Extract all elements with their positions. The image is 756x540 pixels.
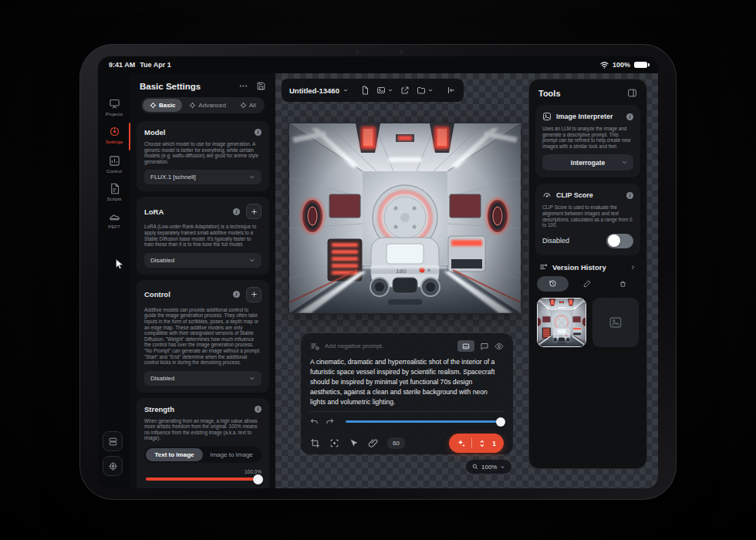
sidebar-item-control[interactable]: Control	[98, 155, 130, 174]
section-title: Strength	[144, 405, 174, 413]
mouse-cursor	[113, 258, 124, 270]
add-lora-button[interactable]	[246, 204, 262, 219]
sidebar-item-scripts[interactable]: Scripts	[98, 183, 130, 201]
clock-date: Tue Apr 1	[140, 61, 171, 69]
sidebar-item-projects[interactable]: Projects	[98, 98, 130, 116]
control-section: Control Additive models can provide addi…	[137, 280, 269, 393]
strength-mode-toggle: Text to Image Image to Image	[144, 447, 262, 463]
tab-label: All	[249, 102, 256, 109]
zoom-control[interactable]: 100%	[466, 460, 511, 474]
undo-icon[interactable]	[310, 417, 319, 426]
paperclip-icon[interactable]	[368, 438, 378, 448]
divider	[310, 411, 504, 412]
control-dropdown[interactable]: Disabled	[144, 371, 262, 386]
text-to-image-tab[interactable]: Text to Image	[146, 448, 203, 461]
projects-icon	[109, 98, 120, 110]
steps-badge[interactable]: 60	[387, 437, 405, 449]
new-document-icon[interactable]	[360, 86, 370, 95]
prompt-list-icon[interactable]	[310, 342, 319, 351]
eye-icon[interactable]	[494, 342, 504, 351]
tab-advanced[interactable]: Advanced	[182, 99, 233, 112]
plus-icon	[250, 290, 258, 299]
document-title-menu[interactable]: Untitled-13460	[289, 86, 349, 95]
more-options-icon[interactable]	[238, 81, 248, 91]
sparkle-icon	[457, 439, 466, 448]
version-thumbnail-empty[interactable]	[592, 298, 639, 347]
section-description: Additive models can provide additional c…	[144, 307, 262, 366]
model-dropdown[interactable]: FLUX.1 [schnell]	[144, 170, 262, 184]
redo-icon[interactable]	[326, 417, 334, 426]
tab-all[interactable]: All	[233, 99, 263, 112]
image-interpreter-card: Image Interpreter Uses an LLM to analyze…	[535, 105, 640, 177]
negative-prompt-row: Add negative prompt.	[310, 340, 504, 352]
paint-bucket-icon	[619, 279, 627, 288]
prompt-text-input[interactable]: A cinematic, dramatic and hyperrealistic…	[310, 357, 504, 407]
section-description: When generating from an image, a high va…	[144, 418, 262, 441]
settings-header: Basic Settings	[130, 73, 275, 97]
tab-basic[interactable]: Basic	[143, 99, 182, 112]
model-manager-button[interactable]	[103, 431, 123, 451]
info-icon[interactable]	[626, 192, 633, 199]
sidebar-item-peft[interactable]: PEFT	[98, 211, 130, 229]
section-description: Uses an LLM to analyze the image and gen…	[542, 126, 633, 149]
lora-dropdown[interactable]: Disabled	[144, 253, 262, 268]
slider-knob[interactable]	[496, 417, 505, 427]
chevron-up-down-icon[interactable]	[478, 439, 487, 448]
sidebar-item-settings[interactable]: Settings	[98, 126, 130, 144]
section-description: CLIP Score is used to evaluate the align…	[542, 204, 633, 228]
prompt-panel: Add negative prompt. A cinematic, dramat…	[301, 333, 513, 454]
info-icon[interactable]	[255, 129, 262, 136]
panel-title: Basic Settings	[140, 82, 231, 91]
status-bar: 9:41 AM Tue Apr 1 100%	[98, 56, 658, 73]
document-toolbar: Untitled-13460	[282, 79, 464, 102]
share-icon[interactable]	[400, 86, 410, 95]
chevron-right-icon	[629, 264, 636, 271]
generated-image[interactable]: 180	[289, 123, 521, 313]
interrogate-button[interactable]: Interrogate	[542, 154, 633, 170]
chevron-down-icon	[500, 464, 505, 470]
chevron-down-icon	[343, 87, 349, 93]
image-to-image-tab[interactable]: Image to Image	[203, 448, 260, 461]
version-thumbnail-selected[interactable]	[537, 298, 586, 347]
nav-rail: Projects Settings Control Scripts	[98, 73, 130, 488]
button-label: Interrogate	[571, 159, 605, 167]
pointer-icon[interactable]	[349, 438, 359, 448]
collapse-panel-icon[interactable]	[447, 86, 456, 95]
toggle-label: Disabled	[542, 237, 569, 245]
slider-knob[interactable]	[253, 474, 263, 484]
history-tab[interactable]	[537, 276, 569, 292]
front-camera-dot	[356, 50, 359, 54]
add-control-button[interactable]	[246, 287, 262, 302]
image-mode-toggle[interactable]	[457, 340, 474, 352]
panel-toggle-icon[interactable]	[627, 88, 637, 98]
control-icon	[109, 155, 120, 167]
guidance-slider[interactable]	[346, 420, 504, 423]
info-icon[interactable]	[233, 291, 240, 298]
front-camera-lens	[399, 49, 404, 55]
clip-score-switch[interactable]	[606, 234, 633, 248]
edits-tab[interactable]	[572, 276, 603, 292]
save-icon[interactable]	[256, 81, 266, 91]
insert-image-menu[interactable]	[376, 86, 393, 95]
folder-icon	[417, 86, 426, 95]
negative-prompt-input[interactable]: Add negative prompt.	[325, 343, 452, 349]
strength-slider[interactable]	[146, 478, 260, 481]
chat-bubble-icon[interactable]	[480, 342, 489, 351]
aspect-ratio-icon[interactable]	[310, 438, 320, 448]
settings-panel: Basic Settings Basic Advanced	[130, 73, 275, 488]
moodboard-tab[interactable]	[607, 276, 639, 292]
info-icon[interactable]	[233, 208, 240, 215]
tab-label: Advanced	[198, 102, 226, 109]
chevron-down-icon	[248, 174, 255, 181]
panel-title: Tools	[538, 89, 561, 98]
version-history-header[interactable]: Version History	[539, 263, 636, 272]
model-section: Model Choose which model to use for imag…	[137, 121, 269, 191]
scan-frame-icon[interactable]	[329, 438, 339, 448]
compute-settings-button[interactable]	[103, 456, 123, 476]
info-icon[interactable]	[255, 406, 262, 413]
folder-menu[interactable]	[417, 86, 434, 95]
generate-button[interactable]: 1	[449, 434, 504, 453]
info-icon[interactable]	[626, 113, 633, 120]
peft-shoe-icon	[109, 211, 120, 222]
sidebar-item-label: PEFT	[108, 224, 120, 229]
